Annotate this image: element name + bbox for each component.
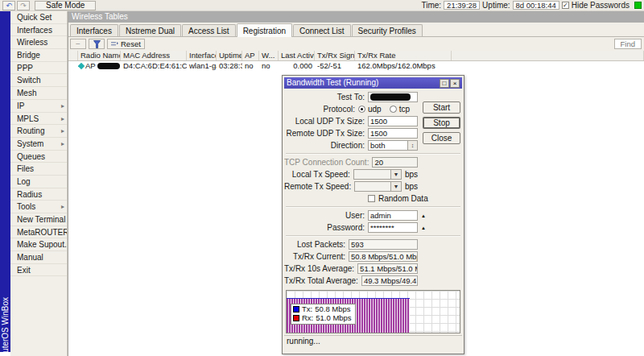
random-data-checkbox[interactable] (368, 195, 375, 202)
local-speed-dropdown-icon[interactable]: ▼ (391, 169, 402, 180)
row-rate-cell: 162.0Mbps/162.0Mbps (355, 61, 452, 71)
sidebar-item-system[interactable]: System (10, 138, 67, 151)
remote-tx-speed-input[interactable] (354, 181, 391, 192)
sidebar-item-manual[interactable]: Manual (10, 251, 67, 264)
user-collapse-icon[interactable]: ▲ (421, 213, 429, 218)
close-icon: × (453, 80, 457, 87)
window-title[interactable]: Wireless Tables (68, 11, 644, 23)
hide-passwords-label: Hide Passwords (572, 1, 630, 10)
local-tx-speed-input[interactable] (353, 169, 391, 180)
udp-radio[interactable] (358, 106, 365, 113)
winbox-screen: ↶ ↷ Safe Mode Time: 21:39:28 Uptime: 8d … (0, 0, 644, 356)
filter-funnel-icon (93, 40, 101, 48)
random-data-label: Random Data (378, 194, 428, 203)
sidebar-item-new-terminal[interactable]: New Terminal (10, 213, 67, 226)
sidebar-item-files[interactable]: Files (10, 163, 67, 176)
table-row[interactable]: AP D4:CA:6D:E4:61:C1 wlan1-gat... 03:28:… (68, 61, 644, 71)
txrx-10s-average-label: Tx/Rx 10s Average: (284, 264, 357, 273)
reset-button[interactable]: Reset (107, 39, 145, 49)
user-input[interactable]: admin (368, 210, 418, 221)
column-last-activity[interactable]: Last Activit... (279, 51, 315, 60)
maximize-button[interactable]: □ (440, 79, 449, 88)
sidebar-item-routing[interactable]: Routing (10, 125, 67, 138)
sidebar-item-tools[interactable]: Tools (10, 201, 67, 213)
sidebar-item-switch[interactable]: Switch (10, 74, 67, 87)
password-collapse-icon[interactable]: ▲ (421, 226, 429, 230)
sidebar-item-ppp[interactable]: PPP (10, 62, 67, 75)
tab-nstreme-dual[interactable]: Nstreme Dual (119, 24, 181, 36)
sidebar-item-wireless[interactable]: Wireless (10, 36, 67, 49)
remote-speed-dropdown-icon[interactable]: ▼ (391, 181, 402, 192)
test-to-input[interactable] (368, 92, 418, 102)
column-radio-name[interactable]: Radio Name/ (78, 51, 121, 60)
tcp-count-input: 20 (372, 157, 418, 168)
password-row: Password: ******** ▲ (284, 221, 462, 234)
stop-button[interactable]: Stop (423, 117, 460, 129)
lost-packets-label: Lost Packets: (284, 240, 349, 249)
txrx-10s-average-value: 51.1 Mbps/51.0 Mbps (357, 263, 418, 274)
tab-security-profiles[interactable]: Security Profiles (352, 24, 423, 36)
sidebar-item-interfaces[interactable]: Interfaces (10, 24, 67, 37)
close-button[interactable]: × (450, 79, 460, 88)
column-uptime[interactable]: Uptime (217, 51, 242, 60)
local-udp-size-input[interactable]: 1500 (368, 116, 418, 126)
start-button[interactable]: Start (423, 101, 460, 114)
column-ap[interactable]: AP (242, 51, 259, 60)
tab-connect-list[interactable]: Connect List (293, 24, 351, 36)
hide-passwords-checkbox[interactable]: ✓ (562, 2, 569, 9)
filter-button[interactable] (89, 39, 105, 49)
sidebar-item-ip[interactable]: IP (10, 100, 67, 113)
password-label: Password: (284, 223, 368, 232)
tab-registration[interactable]: Registration (237, 23, 292, 37)
column-rate[interactable]: Tx/Rx Rate (355, 51, 452, 60)
remote-udp-size-input[interactable]: 1500 (368, 128, 418, 139)
sidebar-item-mesh[interactable]: Mesh (10, 87, 67, 100)
sidebar-item-mpls[interactable]: MPLS (10, 113, 67, 126)
redo-button[interactable]: ↷ (17, 1, 30, 10)
remove-entry-button[interactable]: − (70, 39, 86, 49)
sidebar-item-make-supout[interactable]: Make Supout.rif (10, 238, 67, 251)
sidebar-item-exit[interactable]: Exit (10, 264, 67, 277)
brand-text: RouterOS WinBox (1, 297, 10, 352)
tcp-radio-label[interactable]: tcp (399, 105, 410, 114)
bandwidth-test-dialog: Bandwidth Test (Running) □ × Test To: Pr… (282, 75, 464, 354)
sidebar-item-radius[interactable]: Radius (10, 188, 67, 201)
tcp-radio[interactable] (390, 106, 397, 113)
updown-arrows-icon[interactable]: ↕ (407, 141, 417, 150)
txrx-current-label: Tx/Rx Current: (284, 252, 349, 261)
row-uptime-cell: 03:28:38 (217, 61, 242, 71)
column-interface[interactable]: Interface (187, 51, 217, 60)
minus-icon: − (76, 39, 80, 48)
sidebar-item-queues[interactable]: Queues (10, 151, 67, 164)
undo-button[interactable]: ↶ (2, 1, 15, 10)
safe-mode-button[interactable]: Safe Mode (35, 1, 96, 10)
user-row: User: admin ▲ (284, 209, 462, 221)
local-speed-unit: bps (405, 170, 418, 179)
udp-radio-label[interactable]: udp (368, 105, 382, 114)
column-signal[interactable]: Tx/Rx Signal ... (315, 51, 355, 60)
dialog-titlebar[interactable]: Bandwidth Test (Running) □ × (284, 77, 462, 89)
dialog-action-buttons: Start Stop Close (423, 101, 460, 144)
close-dialog-button[interactable]: Close (423, 132, 460, 144)
direction-input[interactable]: both ↕ (368, 140, 418, 151)
password-input[interactable]: ******** (368, 222, 418, 233)
txrx-10s-average-row: Tx/Rx 10s Average: 51.1 Mbps/51.0 Mbps (284, 263, 462, 275)
uptime-value: 8d 00:18:44 (513, 1, 559, 10)
row-radio-name-text: AP (85, 61, 96, 71)
sidebar-item-metarouter[interactable]: MetaROUTER (10, 226, 67, 239)
sidebar-item-log[interactable]: Log (10, 176, 67, 188)
sidebar-item-quick-set[interactable]: Quick Set (10, 11, 67, 24)
find-button[interactable]: Find (614, 39, 642, 49)
column-mac-address[interactable]: MAC Address (121, 51, 187, 60)
local-tx-speed-label: Local Tx Speed: (284, 170, 353, 179)
table-toolbar: − Reset Find (68, 37, 644, 51)
tab-access-list[interactable]: Access List (182, 24, 236, 36)
topbar-status: Time: 21:39:28 Uptime: 8d 00:18:44 ✓ Hid… (421, 1, 642, 10)
table-header-row: Radio Name/ MAC Address Interface Uptime… (68, 51, 644, 61)
tab-interfaces[interactable]: Interfaces (70, 24, 118, 36)
column-w[interactable]: W... (259, 51, 279, 60)
remote-speed-unit: bps (405, 182, 418, 191)
column-flags[interactable] (68, 51, 78, 60)
sidebar-item-bridge[interactable]: Bridge (10, 49, 67, 62)
row-empty-cell (452, 61, 644, 71)
